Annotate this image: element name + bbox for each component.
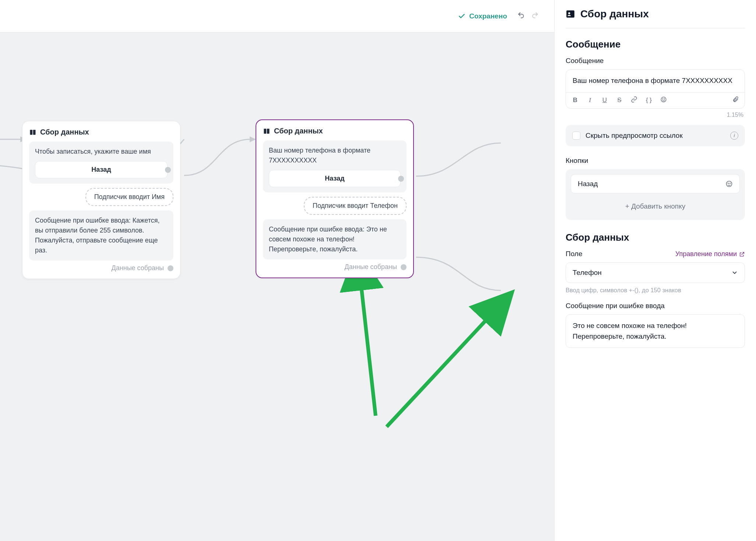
link-icon (631, 96, 637, 103)
char-percent: 1.15% (566, 112, 745, 118)
card-footer: Данные собраны (29, 264, 173, 272)
card-title: Сбор данных (29, 128, 173, 136)
hide-preview-row[interactable]: Скрыть предпросмотр ссылок i (566, 125, 745, 147)
paperclip-icon (732, 96, 739, 103)
card-footer-label: Данные собраны (345, 263, 397, 271)
button-output-port[interactable] (165, 167, 171, 173)
collect-icon (29, 129, 36, 136)
card-footer: Данные собраны (263, 263, 407, 271)
panel-title: Сбор данных (580, 8, 649, 20)
connections-overlay (0, 32, 554, 541)
card-message-block: Чтобы записаться, укажите ваше имя Назад (29, 142, 173, 184)
card-input-chip: Подписчик вводит Имя (85, 188, 173, 206)
svg-point-13 (730, 183, 731, 184)
underline-button[interactable]: U (601, 97, 609, 104)
bold-button[interactable]: B (571, 97, 579, 104)
svg-rect-5 (267, 129, 270, 133)
field-row-labels: Поле Управление полями (566, 250, 745, 258)
hide-preview-checkbox[interactable] (572, 132, 580, 140)
card-footer-label: Данные собраны (112, 264, 164, 272)
undo-button[interactable] (517, 11, 525, 21)
redo-button[interactable] (531, 11, 539, 21)
hide-preview-label: Скрыть предпросмотр ссылок (586, 131, 725, 141)
buttons-group: Назад + Добавить кнопку (566, 169, 745, 220)
svg-rect-4 (264, 129, 267, 133)
manage-fields-link[interactable]: Управление полями (675, 250, 745, 258)
top-bar: Сохранено (0, 0, 554, 32)
card-message: Чтобы записаться, укажите ваше имя (35, 147, 168, 157)
svg-point-10 (664, 98, 665, 99)
link-button[interactable] (630, 96, 638, 105)
smile-icon (660, 96, 667, 103)
svg-rect-3 (33, 130, 36, 135)
card-title: Сбор данных (263, 127, 407, 135)
flow-card-name[interactable]: Сбор данных Чтобы записаться, укажите ва… (22, 121, 180, 279)
error-input[interactable]: Это не совсем похоже на телефон! Перепро… (566, 314, 745, 348)
field-label: Поле (566, 250, 582, 258)
smile-icon (725, 180, 733, 188)
contact-card-icon (566, 9, 575, 19)
card-back-button[interactable]: Назад (35, 161, 168, 178)
field-hint: Ввод цифр, символов +-(), до 150 знаков (566, 287, 745, 294)
check-icon (458, 13, 465, 20)
svg-point-9 (662, 98, 663, 99)
flow-card-phone[interactable]: Сбор данных Ваш номер телефона в формате… (256, 119, 414, 278)
strike-button[interactable]: S (615, 97, 623, 104)
undo-icon (517, 11, 525, 19)
field-select[interactable]: Телефон (566, 262, 745, 283)
chevron-down-icon (731, 269, 738, 276)
panel-header: Сбор данных (566, 8, 745, 28)
svg-rect-6 (566, 10, 574, 18)
history-buttons (517, 11, 539, 21)
button-item-back[interactable]: Назад (571, 174, 740, 193)
card-input-chip: Подписчик вводит Телефон (304, 197, 407, 215)
card-back-button[interactable]: Назад (269, 170, 401, 187)
external-link-icon (739, 251, 745, 257)
message-input[interactable]: Ваш номер телефона в формате 7XXXXXXXXXX (566, 70, 745, 92)
emoji-button[interactable] (660, 96, 668, 105)
svg-point-8 (661, 97, 666, 102)
side-panel: Сбор данных Сообщение Сообщение Ваш номе… (554, 0, 756, 541)
attach-button[interactable] (731, 96, 739, 105)
collect-icon (263, 128, 270, 135)
flow-canvas[interactable]: Сбор данных Чтобы записаться, укажите ва… (0, 32, 554, 541)
rich-text-toolbar: B I U S { } (566, 92, 745, 108)
italic-button[interactable]: I (586, 97, 594, 104)
svg-rect-2 (30, 130, 33, 135)
buttons-label: Кнопки (566, 157, 745, 165)
card-input-chip-row: Подписчик вводит Телефон (263, 197, 407, 215)
message-label: Сообщение (566, 57, 745, 65)
section-collect-title: Сбор данных (566, 232, 745, 243)
section-message-title: Сообщение (566, 39, 745, 50)
card-message: Ваш номер телефона в формате 7XXXXXXXXXX (269, 146, 401, 165)
saved-label: Сохранено (469, 12, 507, 20)
field-value: Телефон (573, 269, 602, 277)
svg-marker-1 (250, 136, 256, 142)
braces-button[interactable]: { } (645, 97, 653, 104)
card-output-port[interactable] (401, 264, 407, 270)
button-output-port[interactable] (398, 176, 404, 182)
svg-point-7 (568, 12, 570, 14)
add-button[interactable]: + Добавить кнопку (571, 198, 740, 215)
svg-point-11 (727, 181, 732, 187)
info-icon[interactable]: i (730, 132, 738, 140)
card-input-chip-row: Подписчик вводит Имя (29, 188, 173, 206)
message-field: Ваш номер телефона в формате 7XXXXXXXXXX… (566, 69, 745, 109)
card-error-block: Сообщение при ошибке ввода: Это не совсе… (263, 219, 407, 259)
card-error-block: Сообщение при ошибке ввода: Кажется, вы … (29, 210, 173, 261)
card-message-block: Ваш номер телефона в формате 7XXXXXXXXXX… (263, 140, 407, 192)
svg-point-12 (728, 183, 729, 184)
error-label: Сообщение при ошибке ввода (566, 302, 745, 310)
card-output-port[interactable] (168, 265, 173, 271)
redo-icon (531, 11, 539, 19)
saved-status: Сохранено (458, 12, 507, 20)
